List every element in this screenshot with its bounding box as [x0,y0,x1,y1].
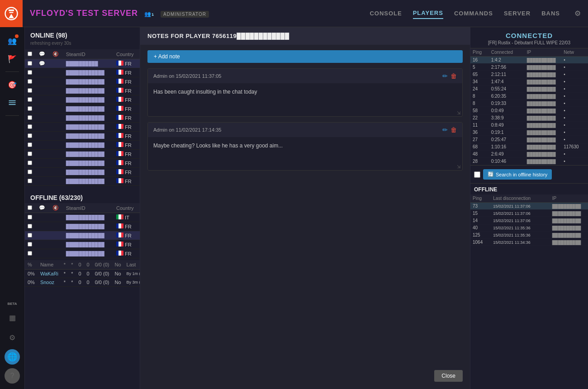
connected-player-row[interactable]: 22 3:38:9 ██████████ • [470,114,588,122]
server-title: VFLOYD'S TEST SERVER 👥₁ ADMINISTRATOR [30,9,370,18]
row-steamid: ████████████ [63,159,114,168]
connected-player-row[interactable]: 34 1:47:4 ██████████ • [470,78,588,85]
off-row-chat-icon [36,249,50,258]
connected-player-row[interactable]: 65 2:12:11 ██████████ • [470,71,588,78]
connected-player-row[interactable]: 8 6:20:35 ██████████ • [470,93,588,100]
offline-right-row[interactable]: 125 15/02/2021 11:35:36 ██████████ [470,232,588,239]
bottom-player-row[interactable]: 0% Snooz * * 0 0 0/0 (0) No By 3m (04/01… [25,278,140,287]
connected-player-row[interactable]: 27 0:25:47 ██████████ • [470,136,588,143]
row-checkbox[interactable] [25,159,36,168]
offline-search-checkbox[interactable] [474,171,480,178]
resize-handle-2[interactable]: ⇲ [457,164,460,169]
connected-players-table: Ping Connected IP Netw 16 1:4:2 ████████… [470,48,588,165]
sidebar-item-players[interactable]: 👥 [4,33,20,49]
off-row-checkbox[interactable] [25,213,36,222]
online-player-row[interactable]: ████████████ FR [25,95,140,104]
sidebar-item-flag[interactable]: 🚩 [4,51,20,67]
sidebar-dashboard[interactable]: ▦ [4,309,20,326]
row-chat-icon [36,159,50,168]
resize-handle-1[interactable]: ⇲ [457,110,460,115]
online-player-row[interactable]: ████████████ FR [25,141,140,150]
row-checkbox[interactable] [25,95,36,104]
row-checkbox[interactable] [25,86,36,95]
close-button[interactable]: Close [434,370,463,382]
online-player-row[interactable]: ████████████ FR [25,159,140,168]
off-row-mute-icon [50,249,63,258]
online-player-row[interactable]: ████████████ FR [25,132,140,141]
offline-player-row[interactable]: ████████████ IT [25,213,140,222]
connected-player-row[interactable]: 48 2:6:49 ██████████ • [470,151,588,158]
note-delete-button-1[interactable]: 🗑 [450,72,457,80]
connected-player-row[interactable]: 24 0:55:24 ██████████ • [470,85,588,93]
online-player-row[interactable]: ████████████ FR [25,104,140,114]
online-player-row[interactable]: ████████████ FR [25,86,140,95]
online-player-row[interactable]: ████████████ FR [25,114,140,123]
offline-player-row[interactable]: ████████████ FR [25,240,140,249]
connected-player-row[interactable]: 36 0:19:1 ██████████ • [470,129,588,136]
online-player-row[interactable]: 💬 ██████████ FR [25,59,140,68]
offline-right-row[interactable]: 1064 15/02/2021 11:34:36 ██████████ [470,239,588,246]
sidebar-settings[interactable]: ⚙ [4,329,20,346]
sidebar-item-tools[interactable] [4,95,20,111]
off-row-checkbox[interactable] [25,222,36,231]
rp-row-net: • [561,158,588,165]
nav-bans[interactable]: BANS [541,8,560,19]
row-checkbox[interactable] [25,68,36,77]
connected-player-row[interactable]: 11 0:8:49 ██████████ • [470,122,588,129]
offline-player-row[interactable]: ████████████ FR [25,249,140,258]
row-checkbox[interactable] [25,123,36,132]
offline-player-row[interactable]: ████████████ FR [25,231,140,240]
bpt-row-pct: 0% [25,278,38,287]
row-checkbox[interactable] [25,77,36,86]
connected-player-row[interactable]: 28 0:10:46 ██████████ • [470,158,588,165]
off-row-steamid: ████████████ [63,222,114,231]
connected-player-row[interactable]: 58 0:0:49 ██████████ • [470,107,588,114]
off-row-checkbox[interactable] [25,240,36,249]
online-player-row[interactable]: ████████████ FR [25,168,140,177]
note-edit-button-1[interactable]: ✏ [442,72,448,80]
nav-commands[interactable]: COMMANDS [454,8,493,19]
online-player-row[interactable]: ████████████ FR [25,68,140,77]
online-player-row[interactable]: ████████████ FR [25,77,140,86]
connected-player-row[interactable]: 16 1:4:2 ██████████ • [470,57,588,64]
sidebar-help[interactable]: ? [5,368,20,384]
rp-row-ip: ██████████ [525,158,561,165]
row-mute-icon [50,150,63,159]
bottom-player-row[interactable]: 0% WaKaRi * * 0 0 0/0 (0) No By 1m (04/0… [25,270,140,278]
nav-players[interactable]: PLAYERS [413,8,443,19]
row-checkbox[interactable] [25,59,36,68]
add-note-button[interactable]: + Add note [147,50,463,63]
note-edit-button-2[interactable]: ✏ [442,126,448,133]
off-row-checkbox[interactable] [25,231,36,240]
rp-row-ip: ██████████ [525,71,561,78]
search-offline-button[interactable]: 🔄 Search in offline history [483,169,552,180]
row-checkbox[interactable] [25,132,36,141]
row-checkbox[interactable] [25,177,36,186]
row-country: FR [114,177,140,186]
row-checkbox[interactable] [25,141,36,150]
offline-right-row[interactable]: 15 15/02/2021 11:37:06 ██████████ [470,210,588,217]
nav-server[interactable]: SERVER [504,8,531,19]
row-checkbox[interactable] [25,168,36,177]
off-row-checkbox[interactable] [25,249,36,258]
connected-player-row[interactable]: 5 2:17:56 ██████████ • [470,64,588,71]
connected-player-row[interactable]: 68 1:10:16 ██████████ 117630 [470,143,588,151]
nav-console[interactable]: CONSOLE [370,8,402,19]
off-col-country: Country [114,203,140,213]
online-player-row[interactable]: ████████████ FR [25,150,140,159]
sidebar-item-crosshair[interactable]: 🎯 [4,76,20,93]
row-checkbox[interactable] [25,150,36,159]
offline-right-row[interactable]: 40 15/02/2021 11:35:36 ██████████ [470,224,588,232]
row-checkbox[interactable] [25,104,36,114]
orp-last: Last disconnection [491,194,550,203]
note-delete-button-2[interactable]: 🗑 [450,126,457,133]
offline-right-row[interactable]: 73 15/02/2021 11:37:06 ██████████ [470,203,588,210]
offline-right-row[interactable]: 14 15/02/2021 11:37:06 ██████████ [470,217,588,224]
row-checkbox[interactable] [25,114,36,123]
online-player-row[interactable]: ████████████ FR [25,177,140,186]
gear-icon[interactable]: ⚙ [574,9,581,18]
online-player-row[interactable]: ████████████ FR [25,123,140,132]
connected-player-row[interactable]: 8 0:19:33 ██████████ • [470,100,588,107]
sidebar-globe[interactable]: 🌐 [5,349,20,365]
offline-player-row[interactable]: ████████████ FR [25,222,140,231]
